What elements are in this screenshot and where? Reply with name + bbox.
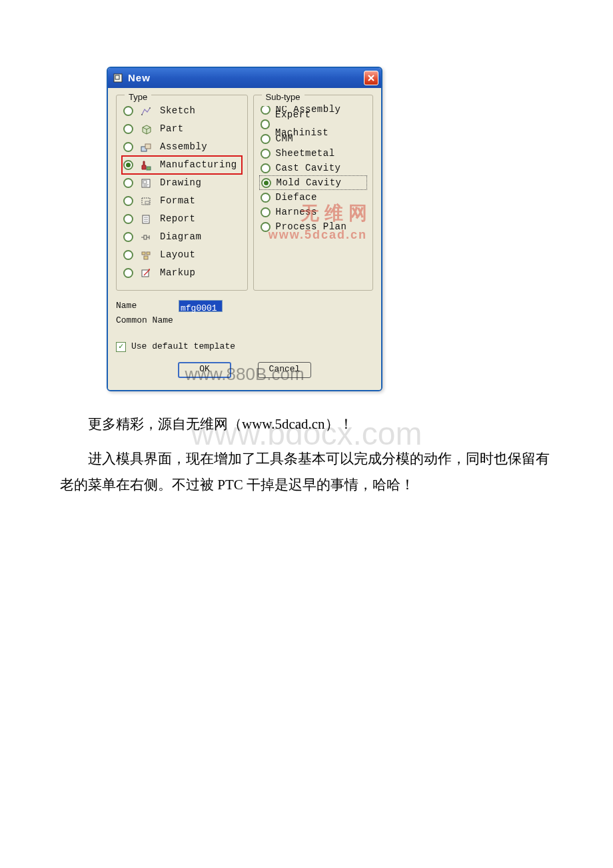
name-label: Name	[116, 298, 179, 315]
window-title: New	[128, 69, 364, 88]
radio-icon	[123, 178, 133, 188]
markup-icon	[139, 267, 153, 279]
common-name-label: Common Name	[116, 313, 179, 329]
checkbox-icon: ✓	[116, 342, 126, 352]
subtype-option-dieface[interactable]: Dieface	[259, 190, 367, 205]
radio-icon	[123, 232, 133, 242]
type-group: Type Sketch Part Assembly	[116, 95, 248, 291]
part-icon	[139, 123, 153, 135]
subtype-option-sheetmetal[interactable]: Sheetmetal	[259, 146, 367, 161]
close-button[interactable]	[364, 71, 378, 85]
report-icon	[139, 213, 153, 225]
button-row: www.880B.com OK Cancel	[113, 355, 376, 385]
name-row: Name mfg0001	[116, 299, 373, 313]
type-option-format[interactable]: Format	[122, 192, 242, 210]
svg-rect-22	[147, 252, 150, 255]
radio-icon	[123, 142, 133, 152]
type-option-drawing[interactable]: Drawing	[122, 174, 242, 192]
dialog-body: Type Sketch Part Assembly	[108, 88, 381, 390]
checkbox-label: Use default template	[131, 339, 235, 355]
subtype-label: Process Plan	[276, 218, 347, 236]
type-option-assembly[interactable]: Assembly	[122, 138, 242, 156]
svg-rect-21	[142, 252, 145, 255]
type-option-markup[interactable]: Markup	[122, 264, 242, 282]
layout-icon	[139, 249, 153, 261]
paragraph-2: 进入模具界面，现在增加了工具条基本可以完成分模的动作，同时也保留有老的菜单在右侧…	[60, 446, 553, 499]
type-label: Drawing	[160, 174, 201, 192]
sketch-icon	[139, 105, 153, 117]
svg-rect-23	[144, 256, 148, 259]
type-label: Sketch	[160, 102, 195, 120]
name-input[interactable]: mfg0001	[179, 300, 223, 312]
radio-icon	[123, 196, 133, 206]
radio-icon	[261, 178, 271, 188]
type-label: Manufacturing	[160, 156, 237, 174]
subtype-option-process-plan[interactable]: Process Plan	[259, 219, 367, 234]
subtype-group-label: Sub-type	[262, 89, 305, 106]
svg-rect-6	[147, 167, 151, 170]
radio-icon	[123, 160, 133, 170]
type-option-part[interactable]: Part	[122, 120, 242, 138]
type-label: Assembly	[160, 138, 207, 156]
radio-icon	[261, 163, 271, 173]
radio-icon	[123, 124, 133, 134]
radio-icon	[123, 106, 133, 116]
common-name-row: Common Name	[116, 313, 373, 328]
svg-rect-18	[144, 235, 147, 239]
radio-icon	[261, 193, 271, 203]
radio-icon	[261, 222, 271, 232]
radio-icon	[261, 119, 271, 129]
svg-point-3	[149, 107, 151, 109]
svg-point-2	[141, 114, 143, 115]
template-checkbox-row[interactable]: ✓ Use default template	[113, 333, 376, 355]
paragraph-1: 更多精彩，源自无维网（www.5dcad.cn）！	[60, 411, 553, 438]
new-dialog: New Type Sketch Part	[107, 67, 382, 391]
type-label: Diagram	[160, 228, 201, 246]
type-option-manufacturing[interactable]: Manufacturing	[122, 156, 242, 174]
radio-icon	[261, 105, 271, 115]
type-group-label: Type	[125, 89, 151, 106]
type-option-report[interactable]: Report	[122, 210, 242, 228]
type-option-layout[interactable]: Layout	[122, 246, 242, 264]
content-text: 更多精彩，源自无维网（www.5dcad.cn）！ 进入模具界面，现在增加了工具…	[60, 411, 553, 499]
subtype-option-cast-cavity[interactable]: Cast Cavity	[259, 161, 367, 175]
subtype-group: Sub-type NC Assembly Expert Machinist CM…	[253, 95, 373, 291]
type-label: Layout	[160, 246, 195, 264]
radio-icon	[123, 214, 133, 224]
type-label: Markup	[160, 264, 195, 282]
format-icon	[139, 195, 153, 207]
close-icon	[367, 74, 375, 82]
type-label: Report	[160, 210, 195, 228]
subtype-option-mold-cavity[interactable]: Mold Cavity	[259, 175, 367, 190]
type-label: Part	[160, 120, 184, 138]
watermark-880b: www.880B.com	[113, 358, 376, 391]
diagram-icon	[139, 231, 153, 243]
subtype-option-harness[interactable]: Harness	[259, 205, 367, 219]
svg-rect-12	[145, 201, 149, 204]
titlebar[interactable]: New	[108, 68, 381, 88]
drawing-icon	[139, 177, 153, 189]
radio-icon	[123, 268, 133, 278]
radio-icon	[261, 149, 271, 159]
radio-icon	[261, 207, 271, 217]
window-icon	[112, 72, 124, 84]
assembly-icon	[139, 141, 153, 153]
cancel-button[interactable]: Cancel	[258, 362, 311, 378]
radio-icon	[123, 250, 133, 260]
subtype-option-expert-machinist[interactable]: Expert Machinist	[259, 117, 367, 131]
type-label: Format	[160, 192, 195, 210]
type-option-diagram[interactable]: Diagram	[122, 228, 242, 246]
ok-button[interactable]: OK	[178, 362, 231, 378]
radio-icon	[261, 134, 271, 144]
manufacturing-icon	[139, 159, 153, 171]
svg-rect-5	[145, 144, 151, 149]
name-area: Name mfg0001 Common Name	[113, 293, 376, 333]
